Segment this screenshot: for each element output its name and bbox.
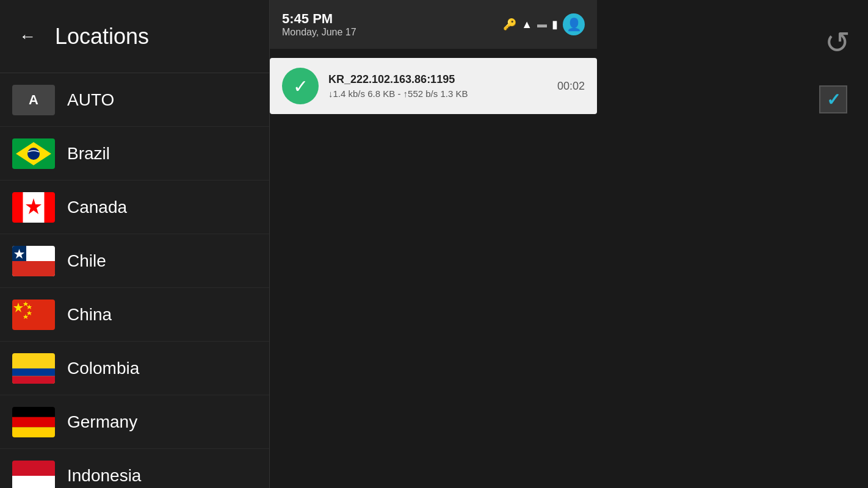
flag-colombia-icon — [12, 353, 55, 384]
location-name-auto: AUTO — [67, 90, 114, 110]
svg-rect-7 — [12, 261, 55, 276]
vpn-card[interactable]: ✓ KR_222.102.163.86:1195 ↓1.4 kb/s 6.8 K… — [270, 58, 597, 114]
flag-canada-icon — [12, 192, 55, 223]
flag-chile-icon — [12, 246, 55, 276]
list-item-indonesia[interactable]: Indonesia — [0, 449, 269, 488]
flag-indonesia-icon — [12, 461, 55, 489]
location-name-indonesia: Indonesia — [67, 466, 141, 486]
svg-rect-19 — [12, 407, 55, 417]
status-date-value: Monday, June 17 — [282, 27, 356, 38]
back-button[interactable]: ← — [12, 21, 43, 52]
checkbox-check-icon: ✓ — [826, 90, 841, 110]
status-time: 5:45 PM Monday, June 17 — [282, 11, 356, 38]
svg-rect-20 — [12, 417, 55, 427]
checkbox-button[interactable]: ✓ — [819, 85, 847, 113]
vpn-info: KR_222.102.163.86:1195 ↓1.4 kb/s 6.8 KB … — [328, 73, 548, 99]
location-name-brazil: Brazil — [67, 144, 110, 163]
list-item-auto[interactable]: A AUTO — [0, 73, 269, 127]
location-name-chile: Chile — [67, 251, 106, 271]
vpn-server-name: KR_222.102.163.86:1195 — [328, 73, 548, 86]
list-item-chile[interactable]: Chile — [0, 234, 269, 288]
list-item-brazil[interactable]: Brazil — [0, 127, 269, 181]
status-bar: 5:45 PM Monday, June 17 🔑 ▲ ▬ ▮ 👤 — [270, 0, 597, 49]
right-panel: ↺ — [597, 0, 868, 488]
svg-rect-22 — [12, 461, 55, 476]
svg-rect-17 — [12, 368, 55, 376]
location-name-germany: Germany — [67, 412, 137, 432]
back-arrow-icon: ← — [19, 27, 36, 46]
location-list: A AUTO Brazil — [0, 73, 269, 488]
vpn-timer: 00:02 — [557, 80, 585, 93]
vpn-check-icon: ✓ — [293, 76, 308, 97]
avatar-person-icon: 👤 — [566, 17, 582, 32]
checkbox-area: ✓ — [819, 85, 850, 116]
page-title: Locations — [55, 24, 149, 49]
status-icons: 🔑 ▲ ▬ ▮ 👤 — [503, 13, 585, 35]
refresh-icon: ↺ — [825, 25, 850, 60]
list-item-colombia[interactable]: Colombia — [0, 342, 269, 395]
status-time-value: 5:45 PM — [282, 11, 356, 27]
location-name-china: China — [67, 305, 112, 325]
list-item-germany[interactable]: Germany — [0, 395, 269, 449]
key-icon: 🔑 — [503, 18, 516, 31]
avatar-icon[interactable]: 👤 — [563, 13, 585, 35]
flag-brazil-icon — [12, 138, 55, 169]
signal-icon: ▬ — [537, 19, 547, 30]
svg-point-2 — [27, 148, 40, 160]
battery-icon: ▮ — [552, 18, 558, 31]
vpn-stats: ↓1.4 kb/s 6.8 KB - ↑552 b/s 1.3 KB — [328, 88, 548, 99]
wifi-icon: ▲ — [521, 18, 532, 31]
location-name-canada: Canada — [67, 198, 127, 217]
vpn-connected-icon: ✓ — [282, 68, 319, 104]
list-item-canada[interactable]: Canada — [0, 181, 269, 234]
flag-china-icon — [12, 300, 55, 330]
left-panel: ← Locations A AUTO Brazil — [0, 0, 270, 488]
svg-rect-23 — [12, 476, 55, 489]
svg-rect-18 — [12, 376, 55, 384]
svg-rect-21 — [12, 427, 55, 437]
panel-header: ← Locations — [0, 0, 269, 73]
location-name-colombia: Colombia — [67, 359, 139, 378]
refresh-button[interactable]: ↺ — [819, 24, 856, 61]
list-item-china[interactable]: China — [0, 288, 269, 342]
flag-germany-icon — [12, 407, 55, 437]
auto-flag-icon: A — [12, 85, 55, 115]
